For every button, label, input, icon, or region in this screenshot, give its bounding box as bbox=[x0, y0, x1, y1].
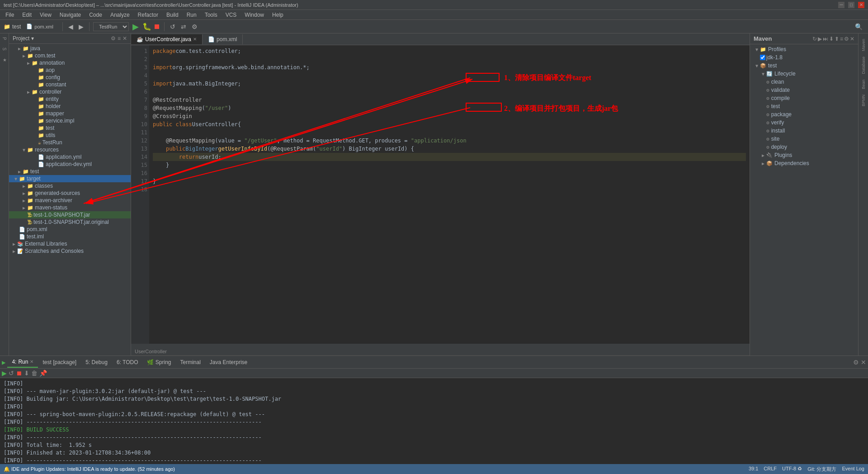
tree-item-controller[interactable]: ▶ 📁 controller bbox=[9, 88, 131, 95]
right-icon-bean[interactable]: Bean bbox=[860, 78, 867, 91]
right-icon-database[interactable]: Database bbox=[860, 55, 867, 76]
menu-run[interactable]: Run bbox=[183, 11, 200, 19]
tree-item-serviceimpl[interactable]: 📁 service.impl bbox=[9, 117, 131, 124]
tree-item-generated[interactable]: ▶ 📁 generated-sources bbox=[9, 190, 131, 197]
run-config-select[interactable]: TestRun bbox=[93, 22, 129, 31]
maven-item-site[interactable]: ⚙ site bbox=[750, 135, 858, 143]
maven-collapse-btn[interactable]: ⬆ bbox=[835, 36, 839, 42]
menu-vcs[interactable]: VCS bbox=[222, 11, 241, 19]
bottom-tab-spring[interactable]: 🌿 Spring bbox=[142, 357, 175, 367]
maven-item-clean[interactable]: ⚙ clean bbox=[750, 78, 858, 86]
tree-item-snapshot-jar-orig[interactable]: 🗜 test-1.0-SNAPSHOT.jar.original bbox=[9, 218, 131, 226]
maven-item-test-lc[interactable]: ⚙ test bbox=[750, 102, 858, 110]
run-tab-close[interactable]: ✕ bbox=[30, 359, 33, 364]
maven-item-validate[interactable]: ⚙ validate bbox=[750, 86, 858, 94]
tree-item-utils[interactable]: 📁 utils bbox=[9, 132, 131, 139]
maven-item-testproject[interactable]: ▼ 📦 test bbox=[750, 62, 858, 70]
toolbar-back-btn[interactable]: ◀ bbox=[66, 22, 75, 31]
tab-usercontroller[interactable]: ☕ UserController.java ✕ bbox=[131, 34, 203, 44]
maven-refresh-btn[interactable]: ↻ bbox=[812, 36, 817, 42]
maven-item-install[interactable]: ⚙ install bbox=[750, 127, 858, 135]
tree-item-testiml[interactable]: 📄 test.iml bbox=[9, 233, 131, 240]
maven-item-dependencies[interactable]: ▶ 📦 Dependencies bbox=[750, 159, 858, 167]
project-layout-btn[interactable]: ≡ bbox=[118, 35, 121, 42]
close-button[interactable]: ✕ bbox=[858, 2, 864, 8]
bottom-tab-debug[interactable]: 5: Debug bbox=[81, 357, 112, 367]
maven-item-package[interactable]: ⚙ package bbox=[750, 110, 858, 118]
tree-item-mavenstatus[interactable]: ▶ 📁 maven-status bbox=[9, 204, 131, 211]
bottom-tab-run[interactable]: 4: Run ✕ bbox=[7, 357, 38, 368]
debug-button[interactable]: 🐛 bbox=[142, 22, 151, 31]
tree-item-appdevyml[interactable]: 📄 application-dev.yml bbox=[9, 161, 131, 168]
tree-item-extlibs[interactable]: ▶ 📚 External Libraries bbox=[9, 240, 131, 247]
tree-item-test[interactable]: ▶ 📁 test bbox=[9, 168, 131, 175]
project-side-icon[interactable]: P bbox=[1, 35, 8, 42]
tree-item-constant[interactable]: 📁 constant bbox=[9, 81, 131, 88]
structure-side-icon[interactable]: S bbox=[1, 46, 8, 52]
menu-code[interactable]: Code bbox=[85, 11, 106, 19]
maven-item-compile[interactable]: ⚙ compile bbox=[750, 94, 858, 102]
run-clear-btn[interactable]: 🗑 bbox=[31, 370, 38, 377]
code-content[interactable]: package com.test.controller; import org.… bbox=[149, 45, 750, 344]
tree-item-appyml[interactable]: 📄 application.yml bbox=[9, 153, 131, 161]
run-button[interactable]: ▶ bbox=[131, 22, 141, 32]
menu-navigate[interactable]: Navigate bbox=[56, 11, 85, 19]
run-rerun-btn[interactable]: ↺ bbox=[9, 370, 14, 377]
maven-settings-btn[interactable]: ⚙ bbox=[844, 36, 849, 42]
tree-item-java[interactable]: ▶ 📁 java bbox=[9, 45, 131, 52]
tree-item-archiver[interactable]: ▶ 📁 maven-archiver bbox=[9, 197, 131, 204]
toolbar-sync-btn[interactable]: ⇄ bbox=[179, 22, 188, 31]
tree-item-resources[interactable]: ▼ 📁 resources bbox=[9, 146, 131, 153]
editor-scrollbar[interactable] bbox=[131, 344, 750, 347]
bottom-tab-javaent[interactable]: Java Enterprise bbox=[205, 357, 252, 367]
menu-analyze[interactable]: Analyze bbox=[107, 11, 133, 19]
menu-tools[interactable]: Tools bbox=[201, 11, 221, 19]
maven-item-deploy[interactable]: ⚙ deploy bbox=[750, 143, 858, 151]
tree-item-classes[interactable]: ▶ 📁 classes bbox=[9, 182, 131, 190]
maven-item-plugins[interactable]: ▶ 🔌 Plugins bbox=[750, 151, 858, 159]
menu-view[interactable]: View bbox=[36, 11, 55, 19]
jdk18-checkbox[interactable] bbox=[760, 55, 765, 60]
project-close-btn[interactable]: ✕ bbox=[123, 35, 127, 42]
menu-file[interactable]: File bbox=[2, 11, 18, 19]
maven-expand-btn[interactable]: ⬇ bbox=[829, 36, 834, 42]
toolbar-search-btn[interactable]: 🔍 bbox=[853, 22, 864, 31]
bottom-settings-btn[interactable]: ⚙ bbox=[853, 359, 859, 366]
tree-item-aop[interactable]: 📁 aop bbox=[9, 66, 131, 74]
maven-item-profiles[interactable]: ▼ 📁 Profiles bbox=[750, 45, 858, 53]
menu-help[interactable]: Help bbox=[269, 11, 287, 19]
maven-run-btn[interactable]: ▶ bbox=[818, 36, 822, 42]
menu-window[interactable]: Window bbox=[241, 11, 268, 19]
tree-item-entity[interactable]: 📁 entity bbox=[9, 95, 131, 103]
tab-usercontroller-close[interactable]: ✕ bbox=[193, 37, 197, 42]
bottom-close-btn[interactable]: ✕ bbox=[861, 359, 866, 366]
bottom-tab-todo[interactable]: 6: TODO bbox=[112, 357, 143, 367]
run-pin-btn[interactable]: 📌 bbox=[39, 370, 47, 377]
menu-edit[interactable]: Edit bbox=[19, 11, 35, 19]
menu-build[interactable]: Build bbox=[163, 11, 182, 19]
toolbar-settings-btn[interactable]: ⚙ bbox=[190, 22, 199, 31]
right-icon-maven[interactable]: Maven bbox=[860, 37, 867, 53]
tree-item-pomxml[interactable]: 📄 pom.xml bbox=[9, 226, 131, 233]
maven-item-lifecycle[interactable]: ▼ 🔄 Lifecycle bbox=[750, 70, 858, 78]
tree-item-annotation[interactable]: ▶ 📁 annotation bbox=[9, 59, 131, 66]
stop-button[interactable]: ⏹ bbox=[153, 23, 160, 31]
maximize-button[interactable]: □ bbox=[848, 2, 854, 8]
maven-item-jdk18[interactable]: jdk-1.8 bbox=[750, 53, 858, 62]
run-stop-btn[interactable]: ⏹ bbox=[16, 370, 22, 377]
maven-menu-btn[interactable]: ≡ bbox=[840, 36, 843, 42]
maven-close-btn[interactable]: ✕ bbox=[850, 36, 854, 42]
run-play-btn[interactable]: ▶ bbox=[2, 370, 7, 377]
tree-item-config[interactable]: 📁 config bbox=[9, 74, 131, 81]
tree-item-snapshot-jar[interactable]: 🗜 test-1.0-SNAPSHOT.jar bbox=[9, 211, 131, 218]
tree-item-scratches[interactable]: ▶ 📝 Scratches and Consoles bbox=[9, 247, 131, 255]
maven-item-verify[interactable]: ⚙ verify bbox=[750, 118, 858, 127]
bottom-tab-terminal[interactable]: Terminal bbox=[176, 357, 205, 367]
status-notification[interactable]: 🔔 IDE and Plugin Updates: IntelliJ IDEA … bbox=[4, 466, 175, 472]
project-gear-btn[interactable]: ⚙ bbox=[111, 35, 116, 42]
tree-item-comtest[interactable]: ▶ 📁 com.test bbox=[9, 52, 131, 59]
favorites-side-icon[interactable]: ★ bbox=[1, 56, 8, 64]
tab-pomxml[interactable]: 📄 pom.xml bbox=[203, 34, 243, 44]
bottom-tab-run-title[interactable]: test [package] bbox=[38, 357, 81, 367]
minimize-button[interactable]: ─ bbox=[838, 2, 844, 8]
